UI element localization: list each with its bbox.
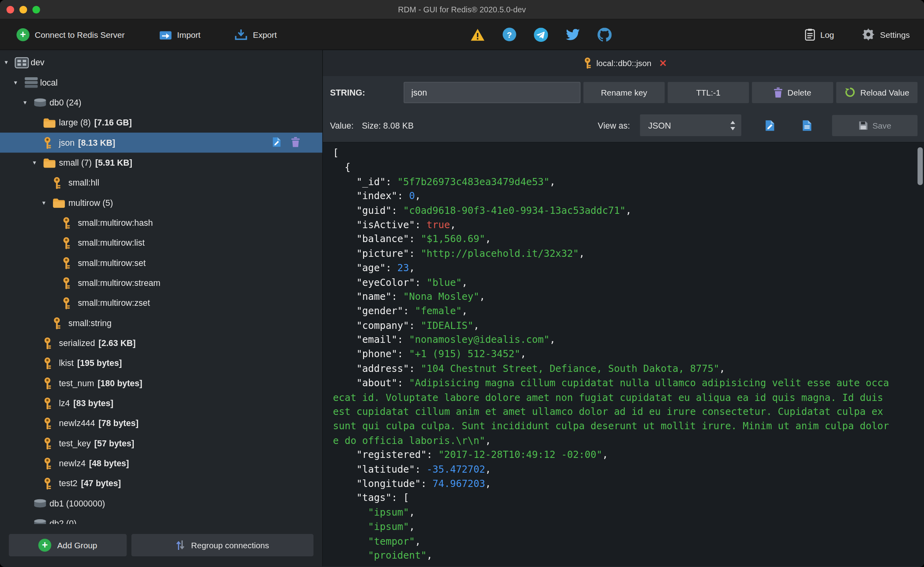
tree-item-large[interactable]: large (8)[7.16 GB]: [0, 113, 322, 133]
key-name-input[interactable]: [404, 82, 580, 103]
tree-item-small[interactable]: ▼small (7)[5.91 KB]: [0, 153, 322, 172]
tree-item-size: [8.13 KB]: [78, 138, 115, 147]
tree-item-dev[interactable]: ▼dev: [0, 53, 322, 72]
log-label: Log: [820, 30, 834, 39]
regroup-connections-button[interactable]: Regroup connections: [131, 534, 313, 556]
tree-item-db1[interactable]: db1 (1000000): [0, 493, 322, 513]
connect-to-redis-button[interactable]: + Connect to Redis Server: [16, 28, 125, 41]
tree-item-small-multirow-set[interactable]: small:multirow:set: [0, 253, 322, 273]
tree-item-size: [180 bytes]: [98, 378, 142, 388]
json-line: "age": 23,: [333, 261, 924, 276]
scrollbar-thumb[interactable]: [918, 147, 923, 185]
log-clipboard-icon: [805, 28, 815, 41]
json-line: "phone": "+1 (915) 512-3452",: [333, 348, 924, 362]
log-button[interactable]: Log: [805, 28, 834, 41]
folder-icon: [43, 117, 59, 127]
key-icon: [43, 397, 59, 409]
tree-item-serialized[interactable]: serialized[2.63 KB]: [0, 333, 322, 353]
tab-local-db0-json[interactable]: local::db0::json ✕: [583, 57, 667, 69]
expand-arrow-icon[interactable]: ▼: [13, 80, 24, 86]
github-icon[interactable]: [598, 27, 612, 42]
telegram-icon[interactable]: [534, 27, 548, 42]
tree-item-newlz4[interactable]: newlz4[48 bytes]: [0, 453, 322, 473]
close-window-button[interactable]: [6, 6, 14, 13]
tree-item-db0[interactable]: ▼db0 (24): [0, 92, 322, 112]
help-icon[interactable]: ?: [502, 28, 516, 41]
tree-item-label: db2 (0): [49, 519, 76, 524]
stack-icon: [24, 76, 40, 88]
traffic-lights: [0, 6, 40, 13]
tree-item-lz4[interactable]: lz4[83 bytes]: [0, 393, 322, 413]
json-line: "ipsum",: [333, 520, 924, 534]
tree-item-small-string[interactable]: small:string: [0, 313, 322, 333]
tree-item-small-multirow-zset[interactable]: small:multirow:zset: [0, 293, 322, 313]
export-button[interactable]: Export: [234, 29, 277, 41]
db-icon: [33, 519, 49, 524]
expand-arrow-icon[interactable]: ▼: [32, 160, 43, 166]
tree-item-small-multirow-stream[interactable]: small:multirow:stream: [0, 273, 322, 293]
tree-item-test2[interactable]: test2[47 bytes]: [0, 473, 322, 493]
folder-icon: [43, 158, 59, 168]
json-line: "email": "nonamosley@idealis.com",: [333, 333, 924, 347]
twitter-icon[interactable]: [566, 29, 580, 41]
import-label: Import: [177, 30, 201, 39]
settings-button[interactable]: Settings: [862, 28, 910, 41]
tab-close-icon[interactable]: ✕: [659, 57, 667, 68]
delete-key-icon[interactable]: [291, 137, 300, 149]
gear-icon: [862, 28, 875, 41]
tree-item-size: [48 bytes]: [89, 459, 129, 468]
rename-key-button[interactable]: Rename key: [583, 82, 664, 103]
json-line: "tags": [: [333, 491, 924, 506]
tree-item-label: small:multirow:stream: [78, 278, 160, 288]
tree-item-test_num[interactable]: test_num[180 bytes]: [0, 373, 322, 393]
delete-key-button[interactable]: Delete: [752, 82, 833, 103]
tree-item-newlz444[interactable]: newlz444[78 bytes]: [0, 413, 322, 433]
tree-item-lkist[interactable]: lkist[195 bytes]: [0, 353, 322, 373]
export-icon: [234, 29, 248, 41]
regroup-arrows-icon: [176, 540, 186, 551]
key-icon: [43, 457, 59, 469]
folder-icon: [53, 198, 68, 208]
tree-item-small-multirow-list[interactable]: small:multirow:list: [0, 233, 322, 253]
warning-icon[interactable]: [470, 28, 485, 41]
delete-label: Delete: [787, 88, 811, 97]
view-as-select[interactable]: JSON: [640, 114, 742, 136]
tree-item-local[interactable]: ▼local: [0, 72, 322, 92]
tree-item-label: test_key: [59, 438, 91, 448]
import-button[interactable]: Import: [159, 29, 201, 40]
json-viewer-wrap: [ { "_id": "5f7b26973c483ea3479d4e53", "…: [323, 142, 924, 567]
add-group-button[interactable]: + Add Group: [9, 534, 127, 556]
reload-value-button[interactable]: Reload Value: [836, 82, 917, 103]
toolbar-right-group: Log Settings: [805, 28, 924, 41]
toolbar-left-group: + Connect to Redis Server Import Export: [0, 28, 277, 41]
key-icon: [43, 357, 59, 369]
json-line: "tempor",: [333, 534, 924, 549]
tree-item-label: small:string: [68, 318, 112, 328]
edit-key-icon[interactable]: [272, 137, 281, 149]
json-viewer[interactable]: [ { "_id": "5f7b26973c483ea3479d4e53", "…: [323, 143, 924, 566]
tree-item-db2[interactable]: db2 (0): [0, 513, 322, 524]
tree-item-size: [83 bytes]: [73, 399, 113, 408]
json-line: "latitude": -35.472702,: [333, 462, 924, 477]
view-as-text-button[interactable]: [802, 119, 812, 131]
open-in-editor-button[interactable]: [765, 119, 775, 131]
tree-item-label: small:multirow:zset: [78, 298, 150, 308]
expand-arrow-icon[interactable]: ▼: [22, 100, 33, 106]
plus-icon: +: [16, 28, 29, 41]
tree-item-multirow[interactable]: ▼multirow (5): [0, 193, 322, 213]
tree-item-json[interactable]: json[8.13 KB]: [0, 133, 322, 153]
key-icon: [43, 137, 59, 149]
expand-arrow-icon[interactable]: ▼: [4, 60, 15, 66]
save-button[interactable]: Save: [832, 115, 918, 136]
chevron-updown-icon: [730, 120, 736, 131]
tree-item-size: [57 bytes]: [94, 438, 134, 448]
tree-item-small-multirow-hash[interactable]: small:multirow:hash: [0, 213, 322, 233]
zoom-window-button[interactable]: [32, 6, 40, 13]
expand-arrow-icon[interactable]: ▼: [41, 200, 53, 206]
minimize-window-button[interactable]: [20, 6, 27, 13]
tree-item-small-hll[interactable]: small:hll: [0, 173, 322, 193]
tree-item-test_key[interactable]: test_key[57 bytes]: [0, 433, 322, 453]
json-line: "address": "104 Chestnut Street, Defianc…: [333, 362, 924, 376]
ttl-button[interactable]: TTL:-1: [668, 82, 749, 103]
export-label: Export: [253, 30, 277, 39]
